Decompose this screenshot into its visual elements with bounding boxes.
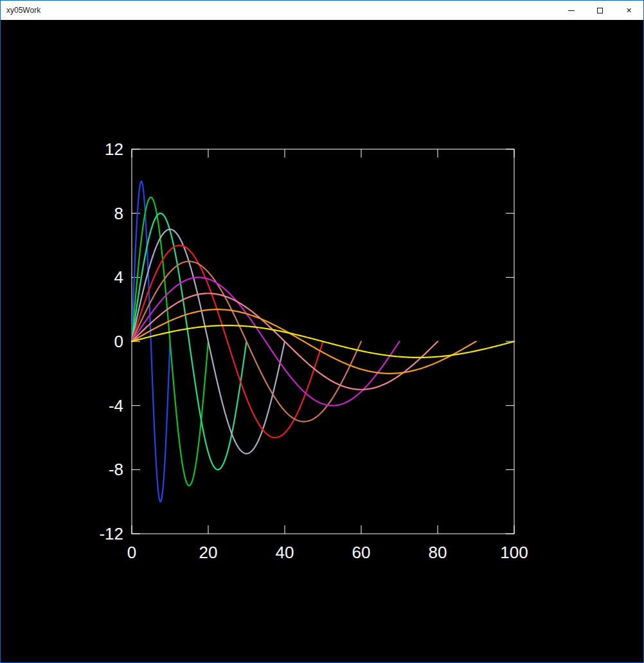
x-tick-label: 60 xyxy=(352,543,371,562)
y-tick-label: 0 xyxy=(114,332,123,351)
y-tick-label: 4 xyxy=(114,268,123,287)
app-window: xy05Work ✕ 020406080100-12-8-404812 xyxy=(0,0,644,663)
close-icon: ✕ xyxy=(626,7,632,14)
plot-canvas: 020406080100-12-8-404812 xyxy=(1,20,643,662)
series-line-sine-07 xyxy=(132,277,400,405)
series-line-sine-02 xyxy=(132,197,208,486)
y-tick-label: 8 xyxy=(114,204,123,223)
series-line-sine-08 xyxy=(132,293,438,390)
x-tick-label: 100 xyxy=(500,543,528,562)
close-button[interactable]: ✕ xyxy=(614,1,643,20)
series-line-sine-09 xyxy=(132,309,476,374)
series-line-sine-03 xyxy=(132,213,247,470)
y-tick-label: -12 xyxy=(99,524,123,543)
chart: 020406080100-12-8-404812 xyxy=(1,20,643,662)
series-line-sine-05 xyxy=(132,246,323,438)
x-tick-label: 80 xyxy=(429,543,447,562)
maximize-button[interactable] xyxy=(586,1,614,20)
title-bar[interactable]: xy05Work ✕ xyxy=(1,1,643,20)
y-tick-label: 12 xyxy=(105,140,123,159)
minimize-button[interactable] xyxy=(557,1,586,20)
x-tick-label: 40 xyxy=(276,543,294,562)
minimize-icon xyxy=(568,10,575,11)
window-title: xy05Work xyxy=(1,1,557,20)
maximize-icon xyxy=(597,8,603,14)
y-tick-label: -8 xyxy=(109,460,123,479)
x-tick-label: 0 xyxy=(127,543,136,562)
y-tick-label: -4 xyxy=(109,396,123,415)
x-tick-label: 20 xyxy=(199,543,218,562)
